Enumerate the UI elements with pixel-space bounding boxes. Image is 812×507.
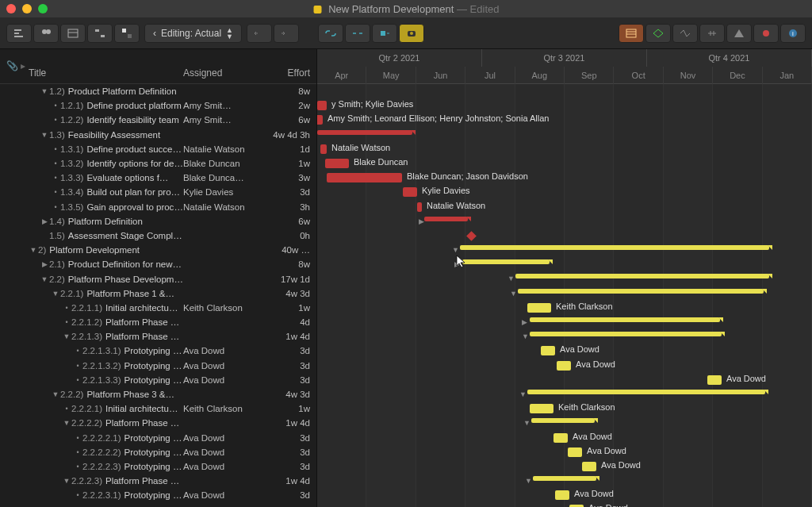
task-row[interactable]: ▼2.2.2.3)Platform Phase …1w 4d bbox=[0, 474, 316, 488]
task-row[interactable]: •1.3.4)Build out plan for produ…Kylie Da… bbox=[0, 185, 316, 199]
task-row[interactable]: •2.2.1.2)Platform Phase …4d bbox=[0, 315, 316, 329]
task-bar[interactable]: y Smith; Kylie Davies bbox=[317, 101, 327, 110]
gantt-body[interactable]: y Smith; Kylie DaviesAmy Smith; Leonard … bbox=[317, 84, 812, 507]
editing-mode-selector[interactable]: ‹ Editing: Actual ▲▼ bbox=[144, 24, 242, 43]
record-button[interactable] bbox=[753, 24, 779, 43]
unlink-button[interactable] bbox=[345, 24, 370, 43]
task-row[interactable]: •2.2.2.3.2)Prototyping Round 2Ava Dowd3d bbox=[0, 502, 316, 507]
task-row[interactable]: •1.3.1)Define product succe…Natalie Wats… bbox=[0, 142, 316, 156]
disclosure-triangle-icon[interactable]: ▼ bbox=[29, 246, 38, 254]
summary-bar[interactable] bbox=[530, 332, 722, 336]
task-row[interactable]: ▼2.2.1.3)Platform Phase …1w 4d bbox=[0, 329, 316, 344]
disclosure-triangle-icon[interactable]: ▼ bbox=[62, 477, 71, 485]
task-row[interactable]: ▼2.2.1)Platform Phase 1 &…4w 3d bbox=[0, 286, 316, 301]
task-bar[interactable]: Amy Smith; Leonard Ellison; Henry Johnst… bbox=[317, 115, 323, 125]
task-bar[interactable]: Ava Dowd bbox=[553, 433, 568, 443]
task-row[interactable]: •2.2.2.1)Initial architectu…Keith Clarks… bbox=[0, 401, 316, 416]
task-row[interactable]: •2.2.1.3.1)Prototyping Round 1Ava Dowd3d bbox=[0, 344, 316, 358]
column-header-title[interactable]: Title bbox=[29, 67, 183, 79]
reschedule-button[interactable] bbox=[372, 24, 397, 43]
task-bar[interactable]: Ava Dowd bbox=[555, 490, 569, 500]
catch-up-button[interactable] bbox=[399, 24, 424, 43]
summary-bar[interactable] bbox=[533, 476, 596, 481]
gantt-chart[interactable]: Qtr 2 2021Qtr 3 2021Qtr 4 2021 AprMayJun… bbox=[317, 49, 812, 507]
task-bar[interactable]: Blake Duncan bbox=[325, 159, 349, 168]
disclosure-triangle-icon[interactable]: ▼ bbox=[40, 131, 49, 139]
task-bar[interactable]: Natalie Watson bbox=[320, 144, 327, 154]
filter-button[interactable] bbox=[619, 24, 644, 43]
summary-bar[interactable] bbox=[527, 390, 765, 394]
task-bar[interactable]: Ava Dowd bbox=[557, 361, 571, 371]
gantt-disclosure-icon[interactable]: ▼ bbox=[522, 332, 529, 340]
gantt-disclosure-icon[interactable]: ▶ bbox=[419, 217, 424, 225]
task-row[interactable]: •2.2.2.2.3)Prototyping Round 3Ava Dowd3d bbox=[0, 459, 316, 474]
disclosure-triangle-icon[interactable]: ▶ bbox=[40, 260, 49, 268]
task-outline[interactable]: 📎 ▸ Title Assigned Effort ▼1.2)Product P… bbox=[0, 49, 317, 507]
summary-bar[interactable] bbox=[462, 259, 550, 264]
disclosure-triangle-icon[interactable]: ▼ bbox=[51, 290, 60, 298]
summary-bar[interactable] bbox=[424, 217, 468, 221]
disclosure-triangle-icon[interactable]: ▼ bbox=[62, 419, 71, 427]
gantt-disclosure-icon[interactable]: ▶ bbox=[522, 318, 527, 326]
task-row[interactable]: •1.3.5)Gain approval to proceed …Natalie… bbox=[0, 200, 316, 214]
task-row[interactable]: •2.2.2.3.1)Prototyping Round 1Ava Dowd3d bbox=[0, 488, 316, 502]
minimize-window-button[interactable] bbox=[22, 4, 32, 13]
column-header-effort[interactable]: Effort bbox=[262, 67, 310, 79]
task-row[interactable]: •1.2.1)Define product platformAmy Smit…2… bbox=[0, 98, 316, 113]
task-row[interactable]: ▶1.4)Platform Definition6w bbox=[0, 214, 316, 229]
info-button[interactable]: i bbox=[780, 24, 806, 43]
gantt-disclosure-icon[interactable]: ▼ bbox=[519, 390, 527, 398]
task-bar[interactable]: Kylie Davies bbox=[403, 187, 417, 197]
indent-button[interactable] bbox=[274, 24, 299, 43]
disclosure-triangle-icon[interactable]: ▼ bbox=[40, 275, 49, 283]
view-resources-button[interactable] bbox=[33, 24, 59, 43]
task-row[interactable]: ▶2.1)Product Definition for new platform… bbox=[0, 257, 316, 271]
critical-path-button[interactable] bbox=[672, 24, 698, 43]
task-bar[interactable]: Keith Clarkson bbox=[530, 404, 553, 413]
task-row[interactable]: •2.2.1.3.3)Prototyping Round 3Ava Dowd3d bbox=[0, 373, 316, 387]
outdent-button[interactable] bbox=[247, 24, 272, 43]
task-row[interactable]: •2.2.1.3.2)Prototyping Round 2Ava Dowd3d bbox=[0, 359, 316, 373]
gantt-disclosure-icon[interactable]: ▼ bbox=[452, 246, 459, 254]
task-row[interactable]: 1.5)Assessment Stage Complete0h bbox=[0, 229, 316, 243]
task-row[interactable]: •2.2.2.2.2)Prototyping Round 2Ava Dowd3d bbox=[0, 445, 316, 459]
summary-bar[interactable] bbox=[460, 245, 769, 250]
milestone-diamond[interactable] bbox=[466, 231, 477, 241]
task-row[interactable]: ▼2.2)Platform Phase Development17w 1d bbox=[0, 271, 316, 286]
summary-bar[interactable] bbox=[530, 317, 720, 322]
task-row[interactable]: •1.3.3)Evaluate options f…Blake Dunca…3w bbox=[0, 171, 316, 185]
link-button[interactable] bbox=[318, 24, 343, 43]
task-bar[interactable]: Ava Dowd bbox=[582, 462, 596, 471]
summary-bar[interactable] bbox=[531, 418, 595, 423]
disclosure-triangle-icon[interactable]: ▼ bbox=[51, 390, 60, 398]
task-bar[interactable]: Ava Dowd bbox=[568, 447, 582, 457]
zoom-window-button[interactable] bbox=[38, 4, 48, 13]
disclosure-triangle-icon[interactable]: ▶ bbox=[40, 217, 49, 225]
task-row[interactable]: ▼2.2.2.2)Platform Phase …1w 4d bbox=[0, 416, 316, 430]
view-styles-button[interactable] bbox=[114, 24, 140, 43]
task-bar[interactable]: Keith Clarkson bbox=[527, 303, 551, 313]
task-row[interactable]: ▼1.3)Feasibility Assessment4w 4d 3h bbox=[0, 128, 316, 142]
summary-bar[interactable] bbox=[317, 130, 412, 135]
column-header-assigned[interactable]: Assigned bbox=[183, 67, 262, 79]
task-bar[interactable]: Ava Dowd bbox=[707, 375, 722, 385]
gantt-disclosure-icon[interactable]: ▼ bbox=[523, 419, 530, 427]
warnings-button[interactable] bbox=[726, 24, 752, 43]
disclosure-triangle-icon[interactable]: ▼ bbox=[62, 332, 71, 340]
view-network-button[interactable] bbox=[87, 24, 113, 43]
close-window-button[interactable] bbox=[6, 4, 16, 13]
view-calendar-button[interactable] bbox=[60, 24, 86, 43]
slack-button[interactable] bbox=[699, 24, 725, 43]
summary-bar[interactable] bbox=[518, 289, 764, 294]
task-row[interactable]: ▼2.2.2)Platform Phase 3 &…4w 3d bbox=[0, 387, 316, 401]
task-bar[interactable]: Natalie Watson bbox=[417, 202, 422, 212]
gantt-disclosure-icon[interactable]: ▼ bbox=[508, 275, 515, 282]
task-row[interactable]: •1.3.2)Identify options for developi…Bla… bbox=[0, 156, 316, 171]
task-bar[interactable]: Ava Dowd bbox=[541, 346, 555, 355]
task-row[interactable]: •1.2.2)Identify feasibility teamAmy Smit… bbox=[0, 113, 316, 127]
view-gantt-button[interactable] bbox=[6, 24, 32, 43]
task-row[interactable]: •2.2.1.1)Initial architectu…Keith Clarks… bbox=[0, 301, 316, 315]
disclosure-triangle-icon[interactable]: ▼ bbox=[40, 87, 49, 95]
task-row[interactable]: ▼2)Platform Development40w … bbox=[0, 243, 316, 257]
gantt-disclosure-icon[interactable]: ▼ bbox=[525, 477, 532, 485]
